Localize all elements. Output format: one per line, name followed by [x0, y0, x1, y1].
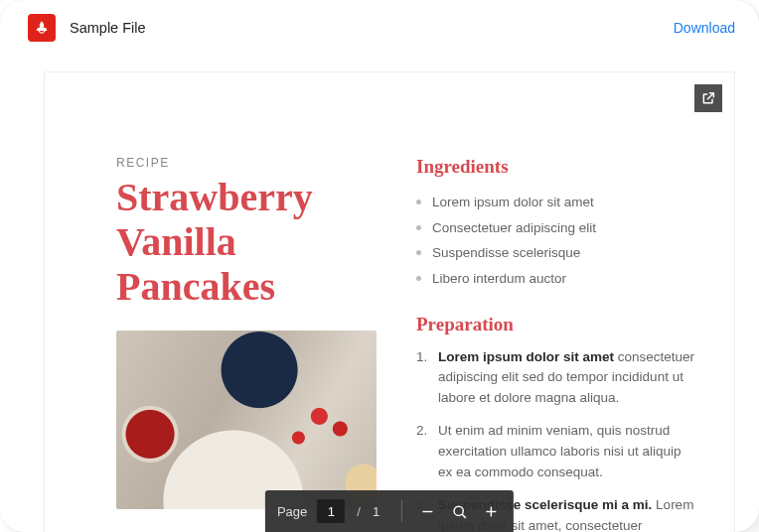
zoom-out-button[interactable]: [414, 498, 440, 524]
document-page: RECIPE Strawberry Vanilla Pancakes Ingre…: [45, 72, 734, 532]
page-number-input[interactable]: [317, 499, 345, 523]
recipe-photo: [116, 331, 377, 509]
ingredient-item: Consectetuer adipiscing elit: [416, 215, 698, 241]
pdf-icon: [28, 14, 56, 42]
zoom-reset-button[interactable]: [446, 498, 472, 524]
ingredient-item: Lorem ipsum dolor sit amet: [416, 190, 698, 215]
svg-line-2: [462, 514, 466, 518]
ingredient-item: Libero interdum auctor: [416, 266, 698, 292]
pdf-toolbar: Page / 1: [265, 490, 514, 532]
zoom-in-button[interactable]: [478, 498, 504, 524]
download-link[interactable]: Download: [674, 20, 735, 36]
step-item: Lorem ipsum dolor sit amet consectetuer …: [416, 347, 698, 410]
step-item: Ut enim ad minim veniam, quis nostrud ex…: [416, 421, 698, 483]
toolbar-divider: [401, 500, 402, 522]
ingredient-item: Suspendisse scelerisque: [416, 240, 698, 266]
ingredients-heading: Ingredients: [416, 156, 698, 178]
preparation-heading: Preparation: [416, 314, 698, 335]
file-name: Sample File: [70, 20, 146, 36]
recipe-eyebrow: RECIPE: [116, 156, 377, 170]
svg-point-1: [454, 506, 463, 515]
page-total: 1: [373, 504, 380, 519]
page-label: Page: [277, 504, 307, 519]
app-frame: Sample File Download RECIPE Strawberry V…: [0, 0, 759, 532]
pdf-viewer: RECIPE Strawberry Vanilla Pancakes Ingre…: [44, 71, 735, 532]
ingredients-list: Lorem ipsum dolor sit amet Consectetuer …: [416, 190, 698, 292]
header: Sample File Download: [0, 0, 759, 52]
page-separator: /: [357, 504, 361, 519]
recipe-title: Strawberry Vanilla Pancakes: [116, 176, 377, 309]
